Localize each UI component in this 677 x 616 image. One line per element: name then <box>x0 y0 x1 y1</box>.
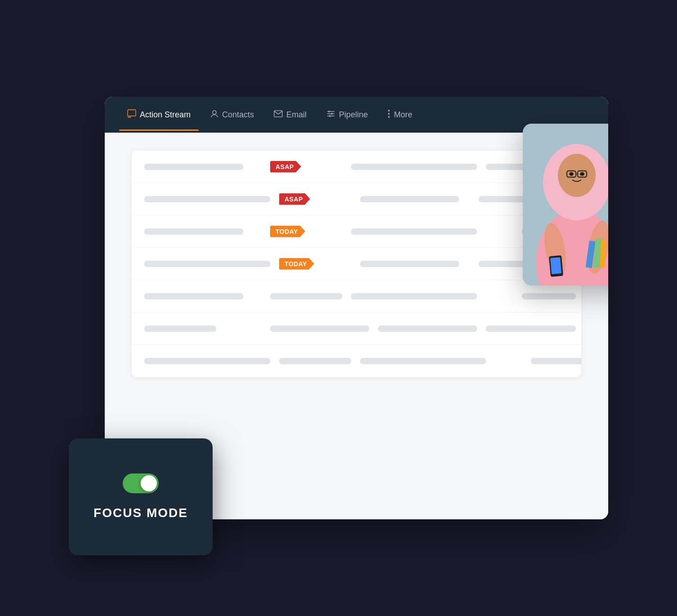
svg-point-3 <box>213 111 216 114</box>
skeleton-bar <box>486 326 576 332</box>
photo-card <box>523 124 608 286</box>
table-row <box>132 312 581 345</box>
row-col2 <box>270 326 369 332</box>
row-col4 <box>486 326 576 332</box>
svg-point-12 <box>388 113 390 115</box>
svg-point-11 <box>388 110 390 112</box>
row-col3 <box>351 293 477 299</box>
nav-more[interactable]: More <box>379 105 420 125</box>
row-col2: ASAP <box>279 193 351 205</box>
email-label: Email <box>286 110 307 120</box>
skeleton-bar <box>351 228 477 235</box>
skeleton-bar <box>270 326 369 332</box>
skeleton-bar <box>270 293 342 299</box>
skeleton-bar <box>378 326 477 332</box>
action-stream-table: ASAP ASAP <box>132 151 581 377</box>
asap-badge[interactable]: ASAP <box>270 161 301 173</box>
row-col1 <box>144 358 270 364</box>
today-badge[interactable]: TODAY <box>270 226 305 237</box>
row-col4 <box>486 293 576 299</box>
svg-point-22 <box>580 172 584 176</box>
row-col3 <box>360 196 470 202</box>
svg-point-21 <box>569 172 574 176</box>
pipeline-icon <box>326 110 335 119</box>
today-badge[interactable]: TODAY <box>279 258 314 270</box>
svg-rect-26 <box>550 257 561 274</box>
svg-point-10 <box>329 115 331 117</box>
nav-action-stream[interactable]: Action Stream <box>119 105 199 125</box>
row-col3 <box>378 326 477 332</box>
skeleton-bar <box>279 358 351 364</box>
row-col1 <box>144 196 270 202</box>
pipeline-label: Pipeline <box>339 110 368 120</box>
more-dots-icon <box>387 109 390 120</box>
row-col2: ASAP <box>270 161 342 173</box>
skeleton-bar <box>351 164 477 170</box>
skeleton-bar <box>144 261 270 267</box>
table-row: ASAP <box>132 151 581 183</box>
row-col4 <box>495 358 581 364</box>
row-col2 <box>270 293 342 299</box>
contacts-label: Contacts <box>222 110 254 120</box>
focus-mode-toggle[interactable] <box>123 473 159 493</box>
contacts-icon <box>210 110 218 120</box>
skeleton-bar <box>351 293 477 299</box>
row-col3 <box>351 228 477 235</box>
row-col2: TODAY <box>279 258 351 270</box>
svg-rect-0 <box>128 110 136 116</box>
skeleton-bar <box>144 196 270 202</box>
table-row: TODAY <box>132 248 581 280</box>
skeleton-bar <box>360 358 486 364</box>
row-col1 <box>144 164 261 170</box>
row-col1 <box>144 261 270 267</box>
nav-email[interactable]: Email <box>266 106 315 124</box>
toggle-thumb <box>141 475 157 491</box>
skeleton-bar <box>360 196 459 202</box>
skeleton-bar <box>144 326 216 332</box>
action-stream-label: Action Stream <box>140 110 191 120</box>
row-col1 <box>144 293 261 299</box>
row-col3 <box>360 358 486 364</box>
table-row: TODAY <box>132 215 581 248</box>
row-col3 <box>351 164 477 170</box>
row-col1 <box>144 228 261 235</box>
row-col3 <box>360 261 470 267</box>
table-row <box>132 280 581 312</box>
person-svg <box>523 124 608 286</box>
skeleton-bar <box>144 293 243 299</box>
toggle-container <box>123 473 159 493</box>
skeleton-bar <box>531 358 581 364</box>
focus-mode-label: FOCUS MODE <box>94 506 188 520</box>
focus-mode-card: FOCUS MODE <box>69 438 213 555</box>
svg-point-8 <box>328 111 330 112</box>
row-col2 <box>279 358 351 364</box>
svg-point-13 <box>388 116 390 118</box>
row-col1 <box>144 326 261 332</box>
photo-placeholder <box>523 124 608 286</box>
action-stream-icon <box>127 109 136 120</box>
skeleton-bar <box>144 164 243 170</box>
row-col2: TODAY <box>270 226 342 237</box>
scene: Action Stream Contacts E <box>69 61 608 555</box>
svg-point-17 <box>558 154 596 197</box>
more-label: More <box>394 110 412 120</box>
skeleton-bar <box>522 293 576 299</box>
skeleton-bar <box>144 358 270 364</box>
email-icon <box>274 110 283 119</box>
asap-badge[interactable]: ASAP <box>279 193 310 205</box>
table-row <box>132 345 581 377</box>
nav-pipeline[interactable]: Pipeline <box>318 106 376 124</box>
skeleton-bar <box>360 261 459 267</box>
svg-point-9 <box>331 113 333 115</box>
nav-contacts[interactable]: Contacts <box>202 105 262 124</box>
skeleton-bar <box>144 228 243 235</box>
table-row: ASAP <box>132 183 581 215</box>
